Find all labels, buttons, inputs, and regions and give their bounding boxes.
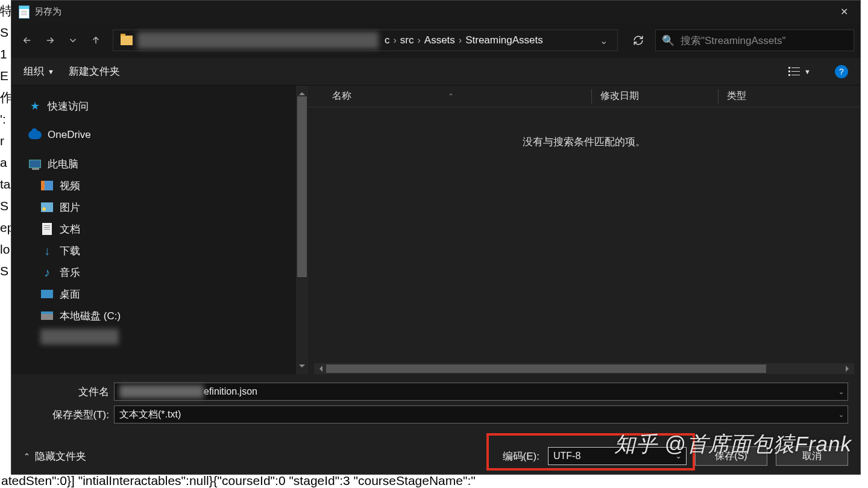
notepad-icon	[19, 5, 30, 19]
blurred-filename-prefix	[119, 385, 204, 398]
filename-label: 文件名	[24, 385, 114, 399]
scrollbar-thumb[interactable]	[326, 364, 766, 373]
scrollbar-thumb[interactable]	[297, 96, 307, 277]
search-placeholder: 搜索"StreamingAssets"	[681, 34, 786, 48]
refresh-button[interactable]	[627, 30, 649, 51]
svg-rect-4	[788, 74, 790, 76]
background-bottom-text: atedSten":0}] "intialInteractables":null…	[0, 474, 868, 488]
svg-rect-0	[788, 67, 790, 69]
dropdown-icon: ⌄	[676, 452, 681, 460]
titlebar: 另存为 ✕	[11, 1, 860, 23]
back-button[interactable]	[17, 31, 37, 50]
savetype-select[interactable]: 文本文档(*.txt) ⌄	[114, 405, 848, 424]
address-dropdown[interactable]: ⌄	[593, 35, 615, 46]
download-icon: ↓	[40, 245, 54, 256]
breadcrumb-segment[interactable]: StreamingAssets	[462, 34, 547, 46]
horizontal-scrollbar[interactable]	[314, 363, 854, 374]
file-list-panel: 名称⌃ 修改日期 类型 没有与搜索条件匹配的项。	[308, 86, 860, 374]
navigation-tree: ★快速访问 OneDrive 此电脑 视频 图片 文档 ↓下载 ♪音乐 桌面 本…	[11, 86, 308, 374]
sidebar-item-this-pc[interactable]: 此电脑	[11, 153, 308, 175]
encoding-select[interactable]: UTF-8⌄	[548, 447, 687, 465]
sidebar-item-videos[interactable]: 视频	[11, 175, 308, 196]
background-side-text: 特 S 1 E 作 ': r a ta S ep lo S	[0, 0, 11, 473]
save-as-dialog: 另存为 ✕ c› src› Assets› StreamingAssets ⌄ …	[11, 0, 861, 475]
search-input[interactable]: 🔍 搜索"StreamingAssets"	[655, 30, 854, 51]
svg-rect-1	[791, 67, 800, 68]
new-folder-button[interactable]: 新建文件夹	[69, 64, 120, 78]
column-headers: 名称⌃ 修改日期 类型	[308, 86, 860, 107]
sidebar-item-local-disk-c[interactable]: 本地磁盘 (C:)	[11, 305, 308, 327]
column-header-name[interactable]: 名称⌃	[332, 90, 591, 102]
forward-button[interactable]	[40, 31, 60, 50]
sidebar-item-downloads[interactable]: ↓下载	[11, 240, 308, 261]
sidebar-item-onedrive[interactable]: OneDrive	[11, 124, 308, 146]
filename-input[interactable]: efinition.json ⌄	[114, 383, 848, 401]
save-button[interactable]: 保存(S)	[695, 446, 767, 466]
encoding-label: 编码(E):	[503, 449, 539, 463]
view-options-button[interactable]: ▼	[788, 67, 811, 77]
dialog-body: ★快速访问 OneDrive 此电脑 视频 图片 文档 ↓下载 ♪音乐 桌面 本…	[11, 86, 860, 374]
breadcrumb-segment[interactable]: src	[397, 34, 418, 46]
desktop-icon	[40, 289, 54, 299]
filename-panel: 文件名 efinition.json ⌄ 保存类型(T): 文本文档(*.txt…	[11, 374, 860, 432]
empty-message: 没有与搜索条件匹配的项。	[308, 135, 860, 149]
image-icon	[40, 202, 54, 213]
sidebar-item-documents[interactable]: 文档	[11, 218, 308, 240]
document-icon	[40, 224, 54, 234]
toolbar: 组织 ▼ 新建文件夹 ▼ ?	[11, 58, 860, 86]
chevron-up-icon: ⌃	[24, 452, 30, 461]
cloud-icon	[28, 130, 42, 140]
breadcrumb-segment[interactable]: Assets	[421, 34, 459, 46]
video-icon	[40, 180, 54, 191]
dropdown-icon[interactable]: ⌄	[838, 411, 844, 419]
disk-icon	[40, 310, 54, 321]
savetype-label: 保存类型(T):	[24, 408, 114, 422]
breadcrumb-segment[interactable]: c	[381, 34, 394, 46]
folder-icon	[121, 36, 133, 45]
blurred-path	[137, 32, 379, 49]
column-header-date[interactable]: 修改日期	[591, 89, 718, 104]
navigation-bar: c› src› Assets› StreamingAssets ⌄ 🔍 搜索"S…	[11, 23, 860, 58]
sidebar-item-desktop[interactable]: 桌面	[11, 283, 308, 305]
music-icon: ♪	[40, 267, 54, 278]
svg-rect-3	[791, 71, 800, 72]
pc-icon	[28, 158, 42, 169]
blurred-sidebar-item[interactable]	[40, 329, 119, 345]
column-header-type[interactable]: 类型	[718, 89, 746, 104]
footer: ⌃隐藏文件夹 编码(E): UTF-8⌄ 保存(S) 取消	[11, 432, 860, 474]
sort-indicator-icon: ⌃	[448, 92, 454, 101]
address-bar[interactable]: c› src› Assets› StreamingAssets ⌄	[113, 30, 618, 51]
sidebar-item-quick-access[interactable]: ★快速访问	[11, 95, 308, 117]
star-icon: ★	[28, 101, 42, 111]
sidebar-scrollbar[interactable]	[296, 86, 308, 374]
recent-dropdown[interactable]	[63, 31, 83, 50]
organize-button[interactable]: 组织 ▼	[24, 64, 54, 78]
cancel-button[interactable]: 取消	[776, 446, 848, 466]
search-icon: 🔍	[662, 34, 675, 47]
dropdown-icon[interactable]: ⌄	[838, 388, 844, 396]
sidebar-item-pictures[interactable]: 图片	[11, 196, 308, 218]
sidebar-item-music[interactable]: ♪音乐	[11, 261, 308, 283]
hide-folders-toggle[interactable]: ⌃隐藏文件夹	[24, 449, 86, 463]
svg-rect-2	[788, 70, 790, 72]
help-button[interactable]: ?	[835, 65, 848, 78]
svg-rect-5	[791, 75, 800, 75]
window-title: 另存为	[34, 6, 830, 17]
close-button[interactable]: ✕	[830, 1, 858, 23]
up-button[interactable]	[86, 31, 105, 50]
